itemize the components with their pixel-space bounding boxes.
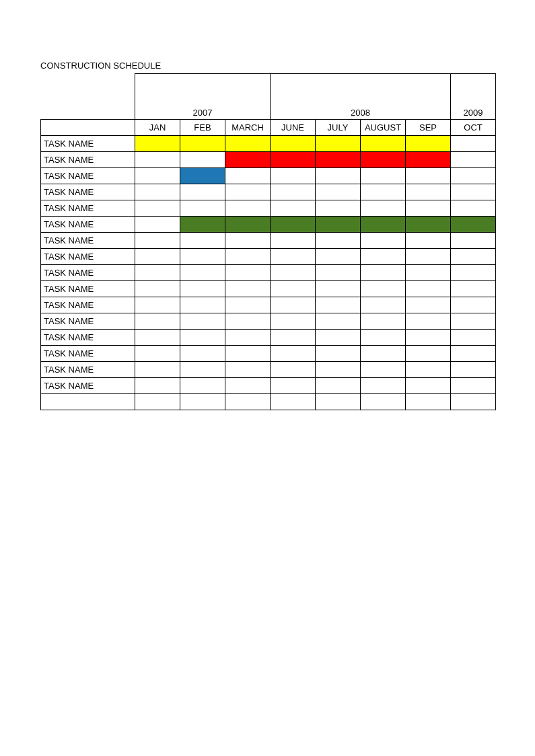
gantt-cell: [361, 152, 406, 168]
table-row: TASK NAME: [41, 168, 496, 184]
gantt-cell: [361, 281, 406, 297]
table-row: TASK NAME: [41, 330, 496, 346]
gantt-cell: [316, 265, 361, 281]
gantt-cell: [406, 249, 451, 265]
gantt-cell: [406, 265, 451, 281]
gantt-cell: [361, 265, 406, 281]
gantt-cell: [271, 330, 316, 346]
gantt-cell: [316, 152, 361, 168]
task-name-cell: TASK NAME: [41, 217, 135, 233]
month-header: JULY: [316, 120, 361, 136]
gantt-cell: [316, 168, 361, 184]
gantt-cell: [451, 265, 496, 281]
gantt-cell: [361, 249, 406, 265]
gantt-cell: [316, 346, 361, 362]
gantt-cell: [271, 200, 316, 217]
table-row: TASK NAME: [41, 281, 496, 297]
table-row: TASK NAME: [41, 265, 496, 281]
gantt-cell: [271, 346, 316, 362]
gantt-cell: [361, 394, 406, 410]
gantt-cell: [135, 265, 180, 281]
gantt-cell: [180, 152, 225, 168]
task-name-cell: [41, 394, 135, 410]
gantt-cell: [406, 346, 451, 362]
gantt-cell: [225, 281, 271, 297]
table-row: TASK NAME: [41, 313, 496, 330]
gantt-cell: [451, 233, 496, 249]
gantt-cell: [361, 217, 406, 233]
gantt-cell: [135, 249, 180, 265]
gantt-cell: [225, 330, 271, 346]
gantt-cell: [361, 378, 406, 394]
gantt-cell: [451, 281, 496, 297]
gantt-cell: [316, 313, 361, 330]
task-name-cell: TASK NAME: [41, 281, 135, 297]
gantt-cell: [316, 233, 361, 249]
task-name-cell: TASK NAME: [41, 168, 135, 184]
year-header: 2009: [451, 74, 496, 120]
table-row: TASK NAME: [41, 217, 496, 233]
gantt-cell: [180, 265, 225, 281]
gantt-cell: [451, 168, 496, 184]
gantt-cell: [135, 184, 180, 200]
table-row: TASK NAME: [41, 378, 496, 394]
table-row: TASK NAME: [41, 200, 496, 217]
table-row: TASK NAME: [41, 297, 496, 313]
gantt-cell: [316, 394, 361, 410]
gantt-cell: [225, 313, 271, 330]
gantt-cell: [135, 330, 180, 346]
gantt-cell: [225, 394, 271, 410]
gantt-cell: [135, 394, 180, 410]
gantt-cell: [180, 184, 225, 200]
gantt-cell: [135, 362, 180, 378]
task-name-cell: TASK NAME: [41, 200, 135, 217]
task-name-cell: TASK NAME: [41, 346, 135, 362]
gantt-cell: [180, 378, 225, 394]
gantt-cell: [316, 362, 361, 378]
gantt-cell: [406, 184, 451, 200]
gantt-cell: [271, 265, 316, 281]
task-name-cell: TASK NAME: [41, 136, 135, 152]
gantt-cell: [225, 152, 271, 168]
gantt-cell: [271, 313, 316, 330]
gantt-cell: [406, 297, 451, 313]
year-header: 2007: [135, 74, 271, 120]
gantt-cell: [180, 217, 225, 233]
gantt-cell: [225, 249, 271, 265]
gantt-cell: [135, 200, 180, 217]
gantt-cell: [271, 378, 316, 394]
gantt-cell: [361, 297, 406, 313]
month-header: OCT: [451, 120, 496, 136]
gantt-cell: [135, 168, 180, 184]
gantt-cell: [451, 313, 496, 330]
gantt-cell: [451, 330, 496, 346]
gantt-cell: [406, 233, 451, 249]
month-header: FEB: [180, 120, 225, 136]
gantt-cell: [135, 233, 180, 249]
gantt-cell: [316, 330, 361, 346]
year-header: 2008: [271, 74, 451, 120]
gantt-cell: [271, 233, 316, 249]
gantt-cell: [225, 362, 271, 378]
gantt-cell: [406, 330, 451, 346]
task-name-cell: TASK NAME: [41, 249, 135, 265]
gantt-cell: [361, 313, 406, 330]
gantt-cell: [406, 362, 451, 378]
gantt-cell: [225, 297, 271, 313]
page-title: CONSTRUCTION SCHEDULE: [40, 61, 495, 71]
gantt-table: 200720082009JANFEBMARCHJUNEJULYAUGUSTSEP…: [40, 73, 496, 410]
table-row: TASK NAME: [41, 136, 496, 152]
gantt-cell: [361, 330, 406, 346]
gantt-cell: [316, 249, 361, 265]
gantt-cell: [225, 378, 271, 394]
gantt-cell: [451, 378, 496, 394]
gantt-cell: [225, 233, 271, 249]
gantt-cell: [271, 297, 316, 313]
task-name-cell: TASK NAME: [41, 152, 135, 168]
gantt-cell: [135, 281, 180, 297]
gantt-cell: [271, 152, 316, 168]
table-row: TASK NAME: [41, 184, 496, 200]
task-name-cell: TASK NAME: [41, 362, 135, 378]
gantt-cell: [316, 184, 361, 200]
gantt-cell: [451, 249, 496, 265]
